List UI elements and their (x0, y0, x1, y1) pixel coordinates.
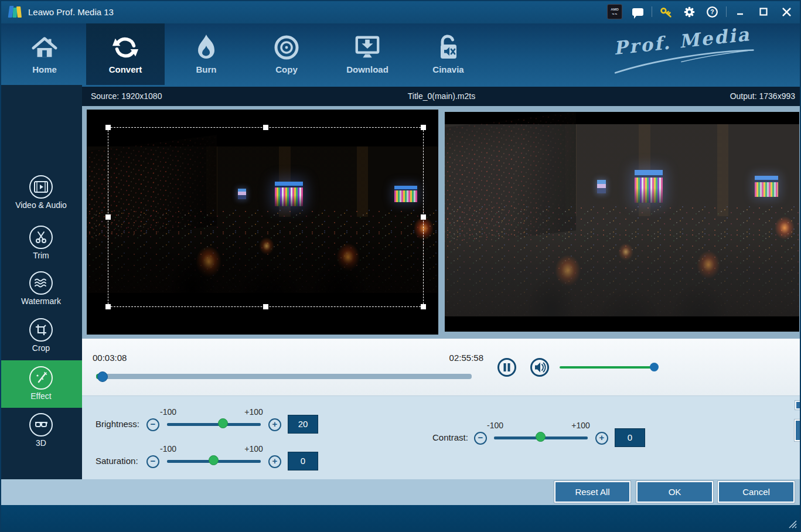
saturation-value[interactable]: 0 (288, 452, 318, 470)
contrast-slider-thumb[interactable] (536, 432, 546, 442)
contrast-label: Contrast: (432, 432, 468, 442)
crop-handle[interactable] (105, 125, 111, 130)
brightness-decrease-button[interactable]: − (146, 418, 159, 431)
scissors-icon (35, 231, 47, 244)
resize-grip[interactable] (787, 519, 797, 529)
volume-button[interactable] (530, 357, 550, 377)
brightness-min-label: -100 (156, 407, 180, 417)
brand-text: Prof. Media (605, 23, 759, 60)
saturation-increase-button[interactable]: + (268, 455, 281, 468)
pause-icon (497, 357, 517, 377)
effect-controls-panel: Brightness: − -100 +100 + 20 Saturation:… (82, 395, 801, 479)
contrast-value[interactable]: 0 (615, 428, 645, 447)
svg-text:?: ? (710, 8, 714, 15)
crop-handle[interactable] (105, 304, 111, 309)
maximize-icon (759, 7, 768, 16)
maximize-button[interactable] (755, 3, 772, 21)
sidebar-item-effect[interactable]: Effect (0, 360, 82, 408)
crop-overlay[interactable] (108, 127, 424, 307)
contrast-increase-button[interactable]: + (595, 432, 608, 445)
sidebar-item-crop[interactable]: Crop (0, 318, 82, 353)
crop-handle[interactable] (421, 214, 426, 220)
contrast-min-label: -100 (483, 421, 507, 430)
tab-burn[interactable]: Burn (178, 23, 234, 85)
gear-icon (683, 6, 696, 18)
saturation-max-label: +100 (242, 444, 265, 453)
crop-handle[interactable] (263, 125, 268, 130)
tab-label: Cinavia (420, 64, 476, 74)
sidebar-item-label: Video & Audio (0, 200, 82, 210)
media-title: Title_0(main).m2ts (82, 91, 801, 101)
sidebar-item-label: 3D (0, 438, 82, 448)
speaker-icon (530, 357, 550, 377)
current-time: 00:03:08 (93, 353, 127, 363)
tab-copy[interactable]: Copy (258, 23, 315, 85)
total-time: 02:55:58 (410, 353, 483, 363)
player-bar: 00:03:08 02:55:58 (82, 339, 801, 395)
crop-handle[interactable] (421, 125, 426, 130)
tab-label: Convert (86, 64, 165, 74)
saturation-control: Saturation: − -100 +100 + 0 (96, 442, 321, 478)
saturation-min-label: -100 (156, 444, 180, 453)
reset-all-button[interactable]: Reset All (554, 481, 630, 503)
saturation-decrease-button[interactable]: − (146, 455, 159, 468)
home-icon (31, 35, 58, 60)
output-scene (445, 112, 799, 332)
sidebar-item-label: Trim (0, 251, 82, 260)
progress-bar[interactable] (96, 374, 472, 379)
flame-icon (195, 34, 218, 61)
pause-button[interactable] (497, 357, 517, 377)
tab-cinavia[interactable]: Cinavia (420, 23, 476, 85)
apply-to-all-control[interactable]: Apply to All (791, 400, 801, 412)
brand-script: Prof. Media (605, 23, 762, 91)
tab-home[interactable]: Home (16, 23, 73, 85)
sidebar-item-video-audio[interactable]: Video & Audio (0, 175, 82, 210)
info-bar: Source: 1920x1080 Title_0(main).m2ts Out… (82, 87, 801, 106)
window-title: Leawo Prof. Media 13 (28, 7, 114, 17)
sidebar-item-trim[interactable]: Trim (0, 226, 82, 260)
close-button[interactable] (778, 3, 795, 21)
crop-icon (35, 323, 47, 336)
titlebar-separator (726, 6, 727, 17)
register-button[interactable] (657, 3, 675, 21)
brand-swoosh (611, 45, 758, 76)
monitor-download-icon (354, 35, 381, 60)
preview-zone (82, 106, 801, 339)
sidebar-item-3d[interactable]: 3D (0, 413, 82, 448)
feedback-button[interactable] (629, 3, 646, 21)
tab-label: Download (339, 64, 396, 74)
crop-handle[interactable] (421, 304, 426, 309)
volume-slider[interactable] (560, 366, 655, 369)
contrast-decrease-button[interactable]: − (474, 432, 487, 445)
titlebar-separator (652, 6, 652, 17)
contrast-control: Contrast: − -100 +100 + 0 (432, 418, 658, 455)
crop-handle[interactable] (105, 214, 111, 220)
settings-button[interactable] (680, 3, 698, 21)
tab-download[interactable]: Download (339, 23, 396, 85)
output-resolution: Output: 1736x993 (730, 91, 795, 101)
saturation-slider-thumb[interactable] (209, 455, 219, 465)
brightness-slider[interactable] (167, 423, 261, 426)
brightness-increase-button[interactable]: + (268, 418, 281, 431)
volume-thumb[interactable] (650, 363, 659, 371)
sidebar-item-label: Watermark (0, 296, 82, 306)
cancel-button[interactable]: Cancel (718, 481, 795, 503)
reset-button[interactable]: Reset (795, 420, 801, 441)
minimize-button[interactable] (732, 3, 749, 21)
help-icon: ? (706, 6, 718, 18)
sidebar-item-watermark[interactable]: Watermark (0, 271, 82, 306)
close-icon (782, 7, 792, 17)
progress-thumb[interactable] (97, 371, 108, 382)
apply-to-all-checkbox[interactable] (795, 401, 801, 410)
tab-convert[interactable]: Convert (86, 23, 165, 85)
disc-icon (274, 35, 299, 60)
brightness-slider-thumb[interactable] (218, 418, 228, 428)
action-bar: Reset All OK Cancel (0, 479, 801, 505)
crop-handle[interactable] (263, 304, 268, 309)
brightness-value[interactable]: 20 (288, 415, 318, 434)
brightness-max-label: +100 (242, 407, 265, 417)
tab-label: Copy (258, 64, 315, 74)
waves-icon (34, 277, 48, 289)
help-button[interactable]: ? (703, 3, 721, 21)
ok-button[interactable]: OK (636, 481, 713, 503)
